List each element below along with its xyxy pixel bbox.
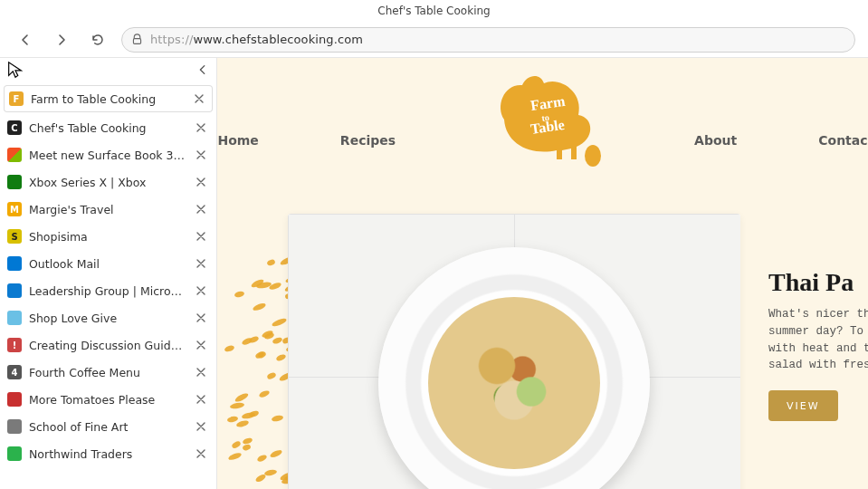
- close-tab-button[interactable]: [191, 91, 207, 107]
- close-tab-button[interactable]: [193, 310, 209, 326]
- tab-label: Chef's Table Cooking: [29, 121, 186, 135]
- close-icon: [196, 259, 205, 268]
- hero-body-l2: summer day? To: [768, 325, 863, 338]
- favicon-icon: C: [7, 120, 22, 135]
- tab-item[interactable]: !Creating Discussion Guidelines: [0, 331, 216, 359]
- page-content: Home Recipes Farm to Table About Contac …: [217, 58, 868, 489]
- close-tab-button[interactable]: [193, 255, 209, 272]
- hero-body-l1: What's nicer th: [768, 308, 868, 321]
- favicon-icon: [7, 283, 22, 298]
- nav-about[interactable]: About: [694, 133, 737, 148]
- arrow-left-icon: [18, 33, 33, 47]
- tab-item[interactable]: CChef's Table Cooking: [0, 114, 216, 141]
- close-icon: [196, 422, 205, 431]
- lock-icon: [131, 34, 143, 45]
- view-recipe-button[interactable]: VIEW: [768, 390, 838, 421]
- hero-body: What's nicer th summer day? To with heat…: [768, 306, 868, 374]
- window-titlebar: Chef's Table Cooking: [0, 0, 868, 22]
- close-icon: [196, 313, 205, 322]
- tab-label: Fourth Coffee Menu: [29, 366, 186, 379]
- tab-label: Leadership Group | Microsoft: [29, 284, 186, 298]
- tab-item[interactable]: SShopisima: [0, 223, 216, 250]
- tab-item[interactable]: Shop Love Give: [0, 304, 216, 331]
- close-icon: [196, 123, 205, 132]
- refresh-button[interactable]: [85, 27, 110, 53]
- tab-label: Shop Love Give: [29, 312, 186, 325]
- favicon-icon: [7, 419, 22, 434]
- url-host: www.chefstablecooking.com: [193, 33, 363, 46]
- close-icon: [196, 449, 205, 458]
- tab-label: Farm to Table Cooking: [31, 92, 184, 106]
- hero-image: [288, 214, 740, 489]
- refresh-icon: [91, 33, 105, 47]
- nav-recipes[interactable]: Recipes: [340, 133, 396, 148]
- tab-item[interactable]: 4Fourth Coffee Menu: [0, 359, 216, 386]
- forward-button[interactable]: [49, 27, 74, 53]
- nav-home[interactable]: Home: [217, 133, 258, 148]
- chicken-logo-icon: Farm to Table: [477, 65, 613, 174]
- tab-label: Xbox Series X | Xbox: [29, 176, 186, 189]
- tab-label: School of Fine Art: [29, 420, 186, 434]
- favicon-icon: 4: [7, 365, 22, 379]
- favicon-icon: [7, 256, 22, 271]
- tab-item[interactable]: Outlook Mail: [0, 250, 216, 277]
- cursor-icon: [5, 60, 25, 80]
- favicon-icon: [7, 392, 22, 407]
- close-tab-button[interactable]: [193, 391, 209, 408]
- favicon-icon: [7, 446, 22, 461]
- tab-item[interactable]: Leadership Group | Microsoft: [0, 277, 216, 304]
- svg-point-1: [585, 145, 601, 167]
- tab-item[interactable]: Xbox Series X | Xbox: [0, 168, 216, 196]
- tab-label: Margie's Travel: [29, 203, 186, 216]
- tab-item[interactable]: MMargie's Travel: [0, 196, 216, 223]
- address-bar[interactable]: https://www.chefstablecooking.com: [121, 27, 855, 53]
- tab-item[interactable]: Meet new Surface Book 3or 15.5": [0, 141, 216, 168]
- tab-item[interactable]: More Tomatoes Please: [0, 386, 216, 413]
- tab-label: More Tomatoes Please: [29, 393, 186, 407]
- site-logo[interactable]: Farm to Table: [477, 65, 613, 174]
- favicon-icon: [7, 175, 22, 189]
- close-tab-button[interactable]: [193, 174, 209, 190]
- close-icon: [196, 177, 205, 187]
- hero-title: Thai Pa: [768, 268, 868, 297]
- address-url: https://www.chefstablecooking.com: [150, 33, 363, 46]
- close-icon: [196, 395, 205, 404]
- close-tab-button[interactable]: [193, 364, 209, 380]
- favicon-icon: [7, 148, 22, 162]
- close-icon: [196, 340, 205, 350]
- site-nav: Home Recipes Farm to Table About Contac: [217, 107, 868, 174]
- close-tab-button[interactable]: [193, 120, 209, 136]
- tab-label: Shopisima: [29, 230, 186, 244]
- tab-item[interactable]: School of Fine Art: [0, 413, 216, 440]
- close-tab-button[interactable]: [193, 283, 209, 299]
- close-icon: [196, 286, 205, 295]
- tab-label: Northwind Traders: [29, 447, 186, 461]
- favicon-icon: [7, 311, 22, 325]
- arrow-right-icon: [54, 33, 69, 47]
- close-tab-button[interactable]: [193, 446, 209, 462]
- tab-label: Meet new Surface Book 3or 15.5": [29, 149, 186, 162]
- close-icon: [196, 368, 205, 377]
- window-title: Chef's Table Cooking: [377, 5, 490, 17]
- close-tab-button[interactable]: [193, 201, 209, 217]
- close-tab-button[interactable]: [193, 147, 209, 163]
- nav-contact[interactable]: Contac: [818, 133, 867, 148]
- vertical-tabs-sidebar: FFarm to Table CookingCChef's Table Cook…: [0, 58, 217, 489]
- hero-body-l3: with heat and t: [768, 342, 868, 355]
- close-tab-button[interactable]: [193, 418, 209, 435]
- collapse-sidebar-button[interactable]: [196, 62, 209, 80]
- browser-toolbar: https://www.chefstablecooking.com: [0, 22, 868, 58]
- tab-item[interactable]: Northwind Traders: [0, 440, 216, 467]
- close-tab-button[interactable]: [193, 337, 209, 353]
- back-button[interactable]: [13, 27, 38, 53]
- favicon-icon: !: [7, 338, 22, 352]
- svg-rect-0: [133, 39, 140, 44]
- favicon-icon: S: [7, 229, 22, 244]
- hero-text-column: Thai Pa What's nicer th summer day? To w…: [768, 268, 868, 421]
- close-icon: [196, 150, 205, 159]
- tab-item[interactable]: FFarm to Table Cooking: [4, 85, 213, 112]
- tab-actions-button[interactable]: [7, 62, 25, 80]
- close-tab-button[interactable]: [193, 228, 209, 244]
- cta-label: VIEW: [787, 400, 820, 412]
- favicon-icon: M: [7, 202, 22, 216]
